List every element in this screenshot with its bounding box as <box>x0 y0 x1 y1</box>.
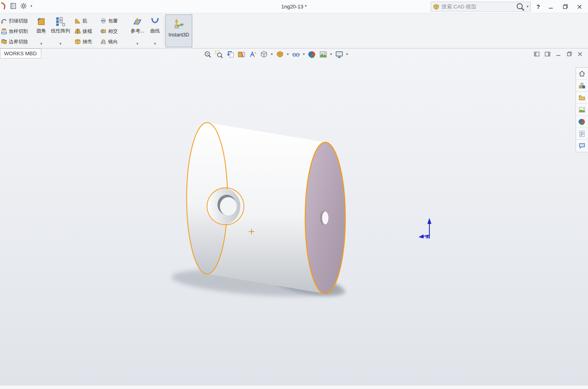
restore-document-button[interactable] <box>566 51 572 57</box>
file-explorer-button[interactable] <box>576 92 588 104</box>
folder-icon <box>578 94 586 101</box>
rib-icon <box>75 18 81 24</box>
zoom-area-button[interactable] <box>214 50 224 59</box>
hide-show-caret-icon[interactable]: ▾ <box>302 52 306 56</box>
edit-appearance-icon <box>308 50 316 58</box>
swept-cut-button[interactable]: 扫描切除 <box>0 16 34 26</box>
help-button[interactable]: ? <box>535 4 542 10</box>
draft-icon <box>75 28 81 34</box>
forum-button[interactable] <box>576 140 588 152</box>
view-orientation-icon <box>260 50 268 58</box>
document-window-controls <box>534 51 583 57</box>
swept-cut-icon <box>1 18 7 24</box>
ribbon-label: 筋 <box>83 18 87 24</box>
reference-caret-icon[interactable]: ▾ <box>137 42 139 46</box>
ribbon-separator <box>164 16 164 45</box>
search-caret-icon[interactable]: ▾ <box>527 5 529 8</box>
ribbon-label: 边界切除 <box>9 38 28 45</box>
view-palette-button[interactable] <box>576 104 588 116</box>
view-settings-icon <box>335 50 343 58</box>
linear-pattern-caret-icon[interactable]: ▾ <box>60 42 62 46</box>
design-library-icon <box>578 82 586 89</box>
close-document-button[interactable] <box>577 51 583 57</box>
reference-geometry-icon <box>133 17 142 26</box>
appearances-button[interactable] <box>576 116 588 128</box>
hide-show-items-icon <box>292 50 300 58</box>
front-face-hole[interactable] <box>320 211 328 225</box>
rib-button[interactable]: 筋 <box>74 16 99 26</box>
search-icon[interactable] <box>516 2 525 11</box>
tab-solidworks-mbd[interactable]: WORKS MBD <box>0 48 41 58</box>
heads-up-view-toolbar: ▾ ▾ ▾ ▾ ▾ <box>203 50 349 59</box>
curves-button[interactable]: 曲线 ▾ <box>147 15 163 47</box>
view-settings-button[interactable] <box>334 50 344 59</box>
intersect-icon <box>100 28 107 34</box>
reference-triad <box>419 218 431 239</box>
lofted-cut-button[interactable]: 放样切割 <box>0 26 34 36</box>
ribbon-label: 镜向 <box>108 38 118 45</box>
boundary-cut-icon <box>1 38 7 45</box>
custom-properties-icon <box>578 130 586 137</box>
reference-geometry-button[interactable]: 参考... ▾ <box>128 15 147 47</box>
draft-button[interactable]: 拔模 <box>74 26 99 36</box>
pane-next-icon[interactable] <box>544 51 551 57</box>
ribbon-label: 放样切割 <box>9 28 28 35</box>
ribbon-label: 参考... <box>131 28 144 34</box>
home-tab-button[interactable] <box>576 68 588 80</box>
title-bar: ▾ 1ng20-13 * 搜索 CAD 模型 ▾ ? <box>0 0 588 13</box>
boundary-cut-button[interactable]: 边界切除 <box>0 37 34 46</box>
wrap-button[interactable]: 包覆 <box>99 16 124 26</box>
task-pane <box>576 67 588 152</box>
wrap-icon <box>100 18 107 24</box>
section-view-icon <box>238 50 246 58</box>
ribbon-label: 相交 <box>108 28 118 35</box>
ribbon-label: 线性阵列 <box>51 28 70 34</box>
view-orientation-caret-icon[interactable]: ▾ <box>270 52 274 56</box>
fillet-button[interactable]: 圆角 ▾ <box>34 15 49 47</box>
design-library-button[interactable] <box>576 80 588 92</box>
lofted-cut-icon <box>1 28 7 34</box>
minimize-document-button[interactable] <box>555 51 562 57</box>
curves-caret-icon[interactable]: ▾ <box>154 42 156 46</box>
previous-view-button[interactable] <box>225 50 235 59</box>
custom-properties-button[interactable] <box>576 128 588 140</box>
shell-icon <box>75 38 81 45</box>
part-cube-icon <box>433 4 439 10</box>
appearances-icon <box>578 118 586 125</box>
search-input[interactable]: 搜索 CAD 模型 ▾ <box>431 2 531 12</box>
fillet-icon <box>36 17 46 26</box>
section-view-button[interactable] <box>236 50 246 59</box>
fillet-caret-icon[interactable]: ▾ <box>40 42 42 46</box>
ribbon-label: 抽壳 <box>83 38 92 45</box>
ribbon-label: 曲线 <box>150 28 160 34</box>
intersect-button[interactable]: 相交 <box>99 26 124 36</box>
model-cylinder[interactable] <box>187 123 345 294</box>
view-palette-icon <box>578 106 586 113</box>
zoom-fit-icon <box>204 50 212 58</box>
home-icon <box>578 70 586 77</box>
restore-button[interactable] <box>560 2 570 11</box>
shell-button[interactable]: 抽壳 <box>74 37 99 46</box>
pane-previous-icon[interactable] <box>534 51 540 57</box>
linear-pattern-button[interactable]: 线性阵列 ▾ <box>49 15 72 47</box>
curves-icon <box>150 17 160 26</box>
display-style-button[interactable] <box>275 50 285 59</box>
edit-appearance-button[interactable] <box>307 50 317 59</box>
mirror-button[interactable]: 镜向 <box>99 37 124 46</box>
model-scene[interactable] <box>0 48 588 385</box>
display-style-caret-icon[interactable]: ▾ <box>286 52 290 56</box>
zoom-fit-button[interactable] <box>203 50 213 59</box>
apply-scene-caret-icon[interactable]: ▾ <box>329 52 333 56</box>
hide-show-items-button[interactable] <box>291 50 301 59</box>
minimize-button[interactable] <box>546 2 556 11</box>
counterbore-hole[interactable] <box>207 188 244 225</box>
search-placeholder: 搜索 CAD 模型 <box>441 3 513 10</box>
view-settings-caret-icon[interactable]: ▾ <box>345 52 349 56</box>
ribbon-label: 包覆 <box>108 18 118 24</box>
view-orientation-button[interactable] <box>259 50 269 59</box>
close-button[interactable] <box>574 2 585 11</box>
instant3d-button[interactable]: Instant3D <box>165 14 192 47</box>
apply-scene-button[interactable] <box>318 50 328 59</box>
graphics-area[interactable]: WORKS MBD ▾ ▾ ▾ ▾ ▾ <box>0 48 588 385</box>
annotation-view-button[interactable] <box>248 50 258 59</box>
